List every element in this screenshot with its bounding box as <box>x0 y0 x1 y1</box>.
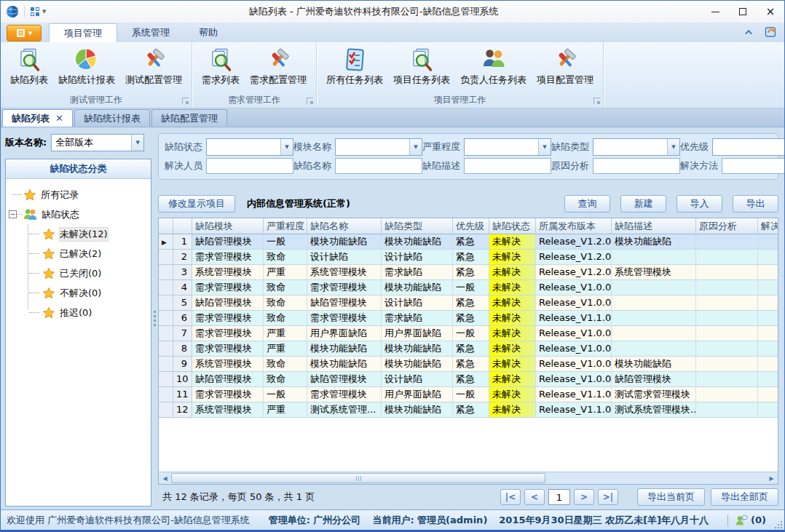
modify-displayed-columns-button[interactable]: 修改显示项目 <box>158 195 235 213</box>
next-page-button[interactable]: > <box>574 489 594 505</box>
solution-input[interactable] <box>722 158 784 174</box>
table-row[interactable]: 7 需求管理模块 严重 用户界面缺陷 用户界面缺陷 一般 未解决 Release… <box>159 326 778 341</box>
ribbon-tab-help[interactable]: 帮助 <box>184 23 232 42</box>
panel-splitter[interactable] <box>151 127 157 509</box>
header-name[interactable]: 缺陷名称 <box>307 218 382 234</box>
table-row[interactable]: 11 需求管理模块 一般 需求管理模块 用户界面缺陷 一般 未解决 Releas… <box>159 387 778 402</box>
collapse-expander-icon[interactable]: − <box>9 210 17 218</box>
new-button[interactable]: 新建 <box>620 195 666 213</box>
prev-page-button[interactable]: < <box>524 489 545 505</box>
first-page-button[interactable]: |< <box>500 489 521 505</box>
chevron-down-icon[interactable]: ▼ <box>131 135 143 151</box>
quick-access-toolbar-button[interactable]: ▼ <box>30 7 46 17</box>
page-number-input[interactable] <box>548 489 570 505</box>
all-tasks-list-button[interactable]: 所有任务列表 <box>321 45 388 89</box>
requirement-config-management-button[interactable]: 需求配置管理 <box>245 45 312 89</box>
version-dropdown[interactable]: ▼ <box>51 134 144 151</box>
severity-dropdown-value[interactable] <box>465 142 538 153</box>
test-config-management-button[interactable]: 测试配置管理 <box>120 45 187 89</box>
header-module[interactable]: 缺陷模块 <box>192 218 264 234</box>
import-button[interactable]: 导入 <box>676 195 722 213</box>
tree-item-closed[interactable]: 已关闭(0) <box>7 263 149 283</box>
tree-item-resolved[interactable]: 已解决(2) <box>7 244 149 263</box>
owner-tasks-list-button[interactable]: 负责人任务列表 <box>455 45 532 89</box>
dialog-launcher-icon[interactable] <box>593 98 600 104</box>
close-tab-icon[interactable]: ✕ <box>55 110 63 127</box>
header-analysis[interactable]: 原因分析 <box>696 218 758 234</box>
header-priority[interactable]: 优先级 <box>453 218 489 234</box>
tree-item-unresolved[interactable]: 未解决(12) <box>7 224 149 244</box>
doc-tab-defect-list[interactable]: 缺陷列表 ✕ <box>2 109 73 127</box>
ribbon-tab-project-management[interactable]: 项目管理 <box>49 23 117 42</box>
horizontal-scrollbar[interactable]: ◀ ▶ <box>159 472 778 484</box>
table-row[interactable]: 9 系统管理模块 致命 模块功能缺陷 模块功能缺陷 紧急 未解决 Release… <box>159 357 778 372</box>
query-button[interactable]: 查询 <box>564 195 610 213</box>
export-all-pages-button[interactable]: 导出全部页 <box>711 488 778 506</box>
defect-stats-report-button[interactable]: 缺陷统计报表 <box>53 45 120 89</box>
chevron-down-icon[interactable]: ▼ <box>667 139 679 155</box>
header-solution[interactable]: 解决方法 <box>758 218 778 234</box>
header-status[interactable]: 缺陷状态 <box>489 218 536 234</box>
defect-type-dropdown[interactable]: ▼ <box>593 138 680 156</box>
defect-status-dropdown[interactable]: ▼ <box>206 138 293 156</box>
table-row[interactable]: 1 缺陷管理模块 一般 模块功能缺陷 模块功能缺陷 紧急 未解决 Release… <box>159 234 778 250</box>
scroll-right-icon[interactable]: ▶ <box>765 472 778 484</box>
module-name-dropdown[interactable]: ▼ <box>335 138 422 156</box>
dialog-launcher-icon[interactable] <box>182 98 189 104</box>
defect-list-button[interactable]: 缺陷列表 <box>5 45 53 89</box>
project-tasks-list-button[interactable]: 项目任务列表 <box>388 45 455 89</box>
scroll-left-icon[interactable]: ◀ <box>159 472 171 484</box>
resolver-input[interactable] <box>206 158 293 174</box>
tree-item-defect-status[interactable]: − 缺陷状态 <box>7 205 149 224</box>
cell-severity: 严重 <box>264 265 307 280</box>
scrollbar-track[interactable] <box>171 472 765 484</box>
doc-tab-defect-config[interactable]: 缺陷配置管理 <box>151 109 227 127</box>
defect-name-input[interactable] <box>335 158 422 174</box>
header-severity[interactable]: 严重程度 <box>264 218 307 234</box>
cause-analysis-input[interactable] <box>593 158 680 174</box>
resize-grip[interactable] <box>773 520 782 528</box>
last-page-button[interactable]: >| <box>598 489 618 505</box>
table-row[interactable]: 4 需求管理模块 致命 需求管理模块 模块功能缺陷 一般 未解决 Release… <box>159 280 778 295</box>
table-row[interactable]: 6 需求管理模块 致命 需求管理模块 需求缺陷 紧急 未解决 Release_V… <box>159 311 778 326</box>
severity-dropdown[interactable]: ▼ <box>464 138 551 156</box>
header-release-version[interactable]: 所属发布版本 <box>536 218 612 234</box>
scrollbar-thumb[interactable] <box>171 473 545 483</box>
priority-dropdown-value[interactable] <box>713 142 784 153</box>
minimize-button[interactable] <box>701 1 729 23</box>
export-current-page-button[interactable]: 导出当前页 <box>637 488 705 506</box>
module-name-dropdown-value[interactable] <box>336 142 409 153</box>
chevron-down-icon[interactable]: ▼ <box>538 139 551 155</box>
defect-description-input[interactable] <box>464 158 551 174</box>
table-row[interactable]: 10 缺陷管理模块 致命 缺陷管理模块 设计缺陷 紧急 未解决 Release_… <box>159 372 778 387</box>
header-type[interactable]: 缺陷类型 <box>382 218 453 234</box>
table-row[interactable]: 3 系统管理模块 严重 系统管理模块 需求缺陷 紧急 未解决 Release_V… <box>159 265 778 280</box>
tree-item-postponed[interactable]: 推迟(0) <box>7 303 149 322</box>
header-description[interactable]: 缺陷描述 <box>612 218 696 234</box>
requirement-list-button[interactable]: 需求列表 <box>197 45 245 89</box>
table-row[interactable]: 12 系统管理模块 严重 测试系统管理... 模块功能缺陷 紧急 未解决 Rel… <box>159 402 778 418</box>
ribbon-tab-system-management[interactable]: 系统管理 <box>117 23 184 42</box>
table-row[interactable]: 5 缺陷管理模块 致命 缺陷管理模块 设计缺陷 紧急 未解决 Release_V… <box>159 295 778 311</box>
priority-dropdown[interactable]: ▼ <box>712 138 784 156</box>
maximize-button[interactable] <box>729 1 757 23</box>
chevron-down-icon[interactable]: ▼ <box>280 139 293 155</box>
defect-type-dropdown-value[interactable] <box>593 142 667 153</box>
message-indicator[interactable]: (0) <box>735 515 766 525</box>
chevron-down-icon[interactable]: ▼ <box>409 139 422 155</box>
dialog-launcher-icon[interactable] <box>307 98 313 104</box>
table-row[interactable]: 8 需求管理模块 严重 模块功能缺陷 模块功能缺陷 紧急 未解决 Release… <box>159 341 778 357</box>
cell-release-version: Release_V1.2.0 <box>536 250 612 265</box>
project-config-management-button[interactable]: 项目配置管理 <box>532 45 599 89</box>
table-row[interactable]: 2 需求管理模块 致命 设计缺陷 设计缺陷 紧急 未解决 Release_V1.… <box>159 250 778 265</box>
tree-item-not-resolved[interactable]: 不解决(0) <box>7 283 149 303</box>
tree-item-all-records[interactable]: 所有记录 <box>7 185 149 205</box>
version-dropdown-value[interactable] <box>52 138 131 148</box>
defect-status-dropdown-value[interactable] <box>207 142 280 153</box>
help-style-icon[interactable] <box>765 25 778 39</box>
close-button[interactable]: × <box>757 1 784 23</box>
application-menu-button[interactable]: ▼ <box>7 25 42 41</box>
export-button[interactable]: 导出 <box>733 195 778 213</box>
collapse-ribbon-button[interactable] <box>741 25 757 39</box>
doc-tab-defect-stats[interactable]: 缺陷统计报表 <box>74 109 150 127</box>
